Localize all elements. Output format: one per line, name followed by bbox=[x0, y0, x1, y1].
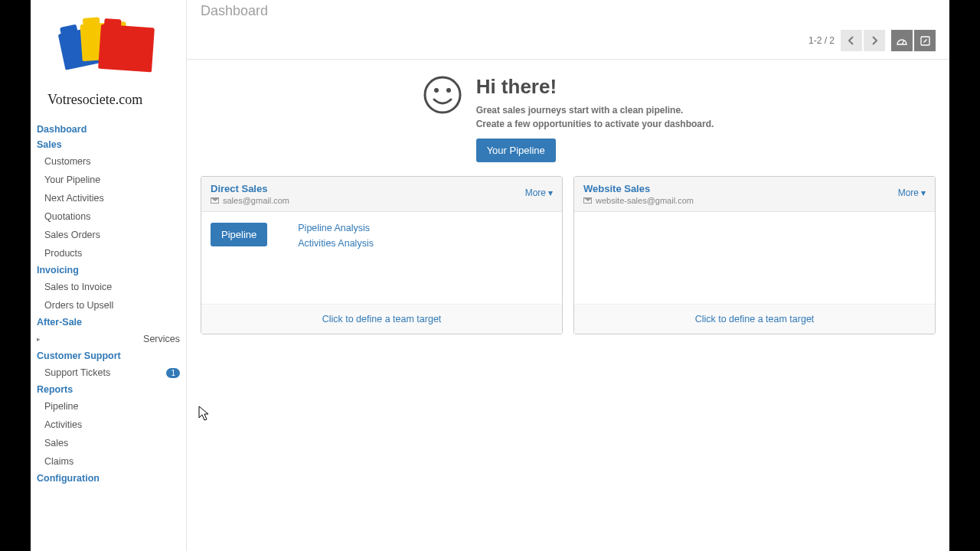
cards-row: Direct Sales sales@gmail.com More ▾ bbox=[187, 176, 949, 348]
main: Dashboard 1-2 / 2 bbox=[187, 0, 949, 551]
card-email: sales@gmail.com bbox=[211, 196, 289, 205]
nav-item-orders-to-upsell[interactable]: Orders to Upsell bbox=[37, 296, 180, 315]
card-email-text: website-sales@gmail.com bbox=[596, 196, 694, 205]
nav-section-configuration[interactable]: Configuration bbox=[37, 471, 180, 486]
mail-icon bbox=[583, 197, 592, 204]
welcome-title: Hi there! bbox=[476, 75, 714, 99]
more-label: More bbox=[898, 187, 919, 198]
pager-prev-button[interactable] bbox=[841, 30, 862, 51]
nav-item-your-pipeline[interactable]: Your Pipeline bbox=[37, 171, 180, 189]
define-target-link[interactable]: Click to define a team target bbox=[201, 304, 562, 334]
nav-section-sales[interactable]: Sales bbox=[37, 137, 180, 152]
svg-point-3 bbox=[446, 88, 451, 93]
dashboard-icon bbox=[897, 36, 907, 45]
caret-down-icon: ▾ bbox=[548, 187, 553, 198]
more-dropdown[interactable]: More ▾ bbox=[898, 187, 926, 198]
support-tickets-badge: 1 bbox=[166, 368, 180, 378]
nav-section-dashboard[interactable]: Dashboard bbox=[37, 122, 180, 137]
pipeline-button[interactable]: Pipeline bbox=[211, 223, 267, 246]
welcome-line1: Great sales journeys start with a clean … bbox=[476, 103, 714, 117]
nav-item-quotations[interactable]: Quotations bbox=[37, 207, 180, 226]
svg-point-1 bbox=[425, 77, 460, 112]
pager-text: 1-2 / 2 bbox=[808, 35, 835, 46]
nav[interactable]: Dashboard Sales Customers Your Pipeline … bbox=[31, 111, 186, 551]
pager-row: 1-2 / 2 bbox=[187, 19, 949, 59]
svg-point-2 bbox=[434, 88, 439, 93]
nav-section-after-sale[interactable]: After-Sale bbox=[37, 315, 180, 330]
more-dropdown[interactable]: More ▾ bbox=[525, 187, 553, 198]
nav-item-services-label: Services bbox=[143, 334, 180, 344]
nav-item-sales-to-invoice[interactable]: Sales to Invoice bbox=[37, 278, 180, 296]
nav-section-customer-support[interactable]: Customer Support bbox=[37, 348, 180, 364]
more-label: More bbox=[525, 187, 546, 198]
view-buttons bbox=[891, 30, 936, 51]
dashboard-view-button[interactable] bbox=[891, 30, 913, 51]
nav-item-customers[interactable]: Customers bbox=[37, 152, 180, 171]
nav-item-report-activities[interactable]: Activities bbox=[37, 416, 180, 434]
smiley-icon bbox=[423, 75, 462, 115]
nav-section-invoicing[interactable]: Invoicing bbox=[37, 262, 180, 278]
logo-area: Votresociete.com bbox=[31, 0, 186, 111]
caret-down-icon: ▾ bbox=[921, 187, 926, 198]
nav-item-support-tickets-label: Support Tickets bbox=[44, 367, 110, 378]
nav-item-support-tickets[interactable]: Support Tickets 1 bbox=[37, 364, 180, 382]
nav-item-sales-orders[interactable]: Sales Orders bbox=[37, 226, 180, 244]
mail-icon bbox=[211, 197, 219, 204]
pager-next-button[interactable] bbox=[864, 30, 885, 51]
card-title[interactable]: Direct Sales bbox=[211, 183, 289, 194]
nav-section-reports[interactable]: Reports bbox=[37, 382, 180, 397]
nav-item-products[interactable]: Products bbox=[37, 244, 180, 262]
edit-view-button[interactable] bbox=[914, 30, 936, 51]
logo-text: Votresociete.com bbox=[37, 92, 180, 108]
card-email-text: sales@gmail.com bbox=[223, 196, 289, 205]
define-target-link[interactable]: Click to define a team target bbox=[574, 304, 935, 334]
logo-image bbox=[55, 8, 162, 92]
your-pipeline-button[interactable]: Your Pipeline bbox=[476, 139, 556, 162]
page-title: Dashboard bbox=[201, 3, 268, 19]
card-direct-sales: Direct Sales sales@gmail.com More ▾ bbox=[201, 176, 563, 334]
nav-item-report-sales[interactable]: Sales bbox=[37, 434, 180, 452]
chevron-right-icon bbox=[871, 36, 877, 45]
card-email: website-sales@gmail.com bbox=[583, 196, 694, 205]
welcome-banner: Hi there! Great sales journeys start wit… bbox=[187, 60, 949, 176]
nav-item-services[interactable]: Services bbox=[37, 330, 180, 348]
nav-item-report-pipeline[interactable]: Pipeline bbox=[37, 397, 180, 416]
card-title[interactable]: Website Sales bbox=[583, 183, 694, 194]
activities-analysis-link[interactable]: Activities Analysis bbox=[298, 238, 374, 249]
pipeline-analysis-link[interactable]: Pipeline Analysis bbox=[298, 223, 374, 233]
edit-icon bbox=[920, 36, 930, 46]
pager-buttons bbox=[841, 30, 885, 51]
chevron-left-icon bbox=[848, 36, 854, 45]
welcome-line2: Create a few opportunities to activate y… bbox=[476, 117, 714, 131]
sidebar: Votresociete.com Dashboard Sales Custome… bbox=[31, 0, 187, 551]
nav-item-next-activities[interactable]: Next Activities bbox=[37, 189, 180, 207]
nav-item-report-claims[interactable]: Claims bbox=[37, 452, 180, 471]
card-website-sales: Website Sales website-sales@gmail.com Mo… bbox=[573, 176, 936, 334]
